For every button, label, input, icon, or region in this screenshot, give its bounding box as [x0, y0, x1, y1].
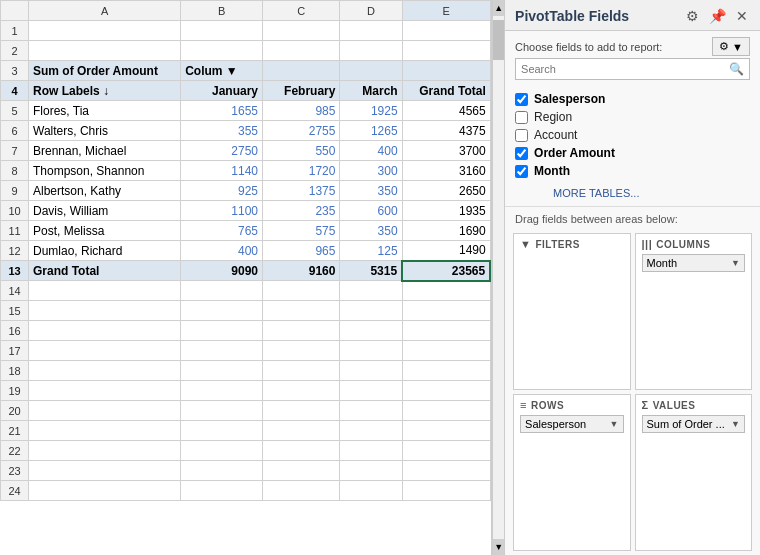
cell-jan[interactable]: 400 — [181, 241, 263, 261]
field-checkbox-account[interactable] — [515, 129, 528, 142]
cell-feb-total[interactable]: 9160 — [263, 261, 340, 281]
cell[interactable] — [340, 21, 402, 41]
cell-feb[interactable]: 235 — [263, 201, 340, 221]
cell-feb[interactable]: 1720 — [263, 161, 340, 181]
col-header-C[interactable]: C — [263, 1, 340, 21]
sum-of-order-dropdown[interactable]: Sum of Order ... ▼ — [642, 415, 745, 433]
search-box[interactable]: 🔍 — [515, 58, 750, 80]
cell-total[interactable]: 2650 — [402, 181, 490, 201]
scrollbar[interactable]: ▲ ▼ — [492, 0, 504, 555]
field-checkbox-salesperson[interactable] — [515, 93, 528, 106]
cell[interactable] — [181, 41, 263, 61]
col-header-D[interactable]: D — [340, 1, 402, 21]
cell-grand-total-label[interactable]: Grand Total — [29, 261, 181, 281]
cell-march[interactable]: March — [340, 81, 402, 101]
cell-name[interactable]: Walters, Chris — [29, 121, 181, 141]
cell[interactable] — [340, 61, 402, 81]
cell-jan[interactable]: 925 — [181, 181, 263, 201]
field-item-order-amount[interactable]: Order Amount — [515, 144, 750, 162]
more-tables-link[interactable]: MORE TABLES... — [529, 183, 649, 207]
scroll-down[interactable]: ▼ — [493, 539, 504, 555]
cell-february[interactable]: February — [263, 81, 340, 101]
cell-jan[interactable]: 2750 — [181, 141, 263, 161]
cell-jan[interactable]: 765 — [181, 221, 263, 241]
cell-total[interactable]: 3160 — [402, 161, 490, 181]
pin-icon[interactable]: 📌 — [707, 8, 728, 24]
cell[interactable] — [29, 21, 181, 41]
search-input[interactable] — [516, 60, 724, 78]
cell-name[interactable]: Albertson, Kathy — [29, 181, 181, 201]
cell-name[interactable]: Thompson, Shannon — [29, 161, 181, 181]
cell-total[interactable]: 1490 — [402, 241, 490, 261]
gear-icon[interactable]: ⚙ — [684, 8, 701, 24]
area-filters[interactable]: ▼ FILTERS — [513, 233, 630, 390]
cell[interactable] — [263, 61, 340, 81]
area-values[interactable]: Σ VALUES Sum of Order ... ▼ — [635, 394, 752, 551]
settings-dropdown-btn[interactable]: ⚙ ▼ — [712, 37, 750, 56]
cell-mar[interactable]: 1265 — [340, 121, 402, 141]
month-dropdown[interactable]: Month ▼ — [642, 254, 745, 272]
col-header-A[interactable]: A — [29, 1, 181, 21]
cell-total[interactable]: 4565 — [402, 101, 490, 121]
cell-jan[interactable]: 1655 — [181, 101, 263, 121]
cell-feb[interactable]: 1375 — [263, 181, 340, 201]
cell-mar[interactable]: 350 — [340, 181, 402, 201]
field-item-account[interactable]: Account — [515, 126, 750, 144]
pivot-header: PivotTable Fields ⚙ 📌 ✕ — [505, 0, 760, 31]
cell-feb[interactable]: 575 — [263, 221, 340, 241]
cell-grand-total[interactable]: 23565 — [402, 261, 490, 281]
cell-name[interactable]: Dumlao, Richard — [29, 241, 181, 261]
scroll-thumb[interactable] — [493, 20, 504, 60]
col-header-E[interactable]: E — [402, 1, 490, 21]
cell-total[interactable]: 4375 — [402, 121, 490, 141]
cell-mar-total[interactable]: 5315 — [340, 261, 402, 281]
cell[interactable] — [402, 61, 490, 81]
cell-name[interactable]: Post, Melissa — [29, 221, 181, 241]
cell-jan[interactable]: 355 — [181, 121, 263, 141]
cell-row-labels[interactable]: Row Labels ↓ — [29, 81, 181, 101]
cell[interactable] — [402, 21, 490, 41]
cell-total[interactable]: 3700 — [402, 141, 490, 161]
cell-feb[interactable]: 550 — [263, 141, 340, 161]
field-item-region[interactable]: Region — [515, 108, 750, 126]
salesperson-dropdown[interactable]: Salesperson ▼ — [520, 415, 623, 433]
cell[interactable] — [340, 41, 402, 61]
cell-total[interactable]: 1935 — [402, 201, 490, 221]
scroll-up[interactable]: ▲ — [493, 0, 504, 16]
area-rows[interactable]: ≡ ROWS Salesperson ▼ — [513, 394, 630, 551]
cell-mar[interactable]: 350 — [340, 221, 402, 241]
col-header-B[interactable]: B — [181, 1, 263, 21]
cell-jan[interactable]: 1140 — [181, 161, 263, 181]
cell-name[interactable]: Flores, Tia — [29, 101, 181, 121]
cell-name[interactable]: Davis, William — [29, 201, 181, 221]
cell[interactable] — [263, 21, 340, 41]
cell-mar[interactable]: 125 — [340, 241, 402, 261]
cell-mar[interactable]: 1925 — [340, 101, 402, 121]
cell-jan-total[interactable]: 9090 — [181, 261, 263, 281]
area-columns[interactable]: ||| COLUMNS Month ▼ — [635, 233, 752, 390]
cell[interactable] — [29, 41, 181, 61]
field-checkbox-region[interactable] — [515, 111, 528, 124]
cell-grand-total-header[interactable]: Grand Total — [402, 81, 490, 101]
cell-mar[interactable]: 400 — [340, 141, 402, 161]
field-item-salesperson[interactable]: Salesperson — [515, 90, 750, 108]
cell-colum[interactable]: Colum ▼ — [181, 61, 263, 81]
cell-jan[interactable]: 1100 — [181, 201, 263, 221]
field-checkbox-order-amount[interactable] — [515, 147, 528, 160]
cell-mar[interactable]: 300 — [340, 161, 402, 181]
field-item-month[interactable]: Month — [515, 162, 750, 180]
cell[interactable] — [402, 41, 490, 61]
cell-mar[interactable]: 600 — [340, 201, 402, 221]
cell[interactable] — [181, 21, 263, 41]
cell-feb[interactable]: 2755 — [263, 121, 340, 141]
cell-feb[interactable]: 965 — [263, 241, 340, 261]
close-icon[interactable]: ✕ — [734, 8, 750, 24]
cell-name[interactable]: Brennan, Michael — [29, 141, 181, 161]
cell-total[interactable]: 1690 — [402, 221, 490, 241]
cell[interactable] — [263, 41, 340, 61]
field-checkbox-month[interactable] — [515, 165, 528, 178]
table-row: 15 — [1, 301, 491, 321]
cell-feb[interactable]: 985 — [263, 101, 340, 121]
cell-sum-of-order[interactable]: Sum of Order Amount — [29, 61, 181, 81]
cell-january[interactable]: January — [181, 81, 263, 101]
